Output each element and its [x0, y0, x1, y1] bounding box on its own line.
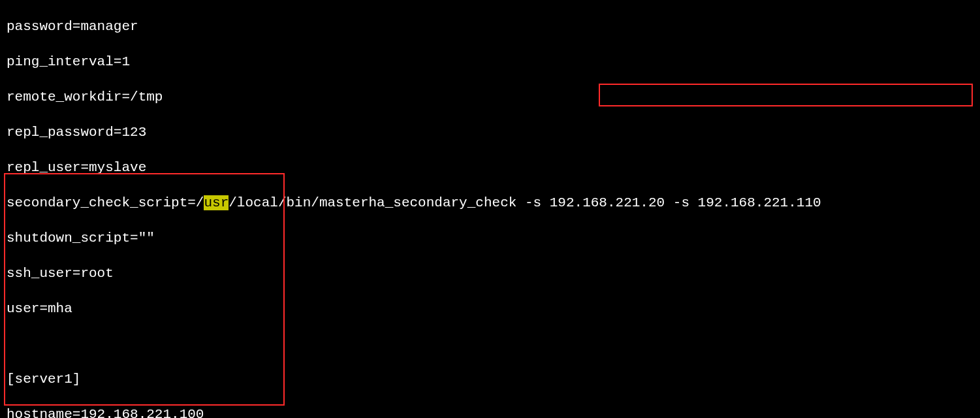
config-line: ssh_user=root	[7, 265, 973, 282]
config-line: user=mha	[7, 300, 973, 317]
server1-header: [server1]	[7, 370, 973, 388]
terminal-viewport[interactable]: password=manager ping_interval=1 remote_…	[0, 0, 980, 418]
text: secondary_check_script=/	[7, 195, 204, 210]
search-highlight: usr	[204, 195, 229, 210]
config-line: password=manager	[7, 18, 973, 35]
server1-hostname: hostname=192.168.221.100	[7, 406, 973, 418]
config-line: repl_user=myslave	[7, 159, 973, 176]
text-ips: 192.168.221.20 -s 192.168.221.110	[550, 195, 821, 210]
config-line: ping_interval=1	[7, 53, 973, 71]
config-line: remote_workdir=/tmp	[7, 88, 973, 106]
text: /local/bin/masterha_secondary_check -s	[229, 195, 549, 210]
blank-line	[7, 335, 973, 353]
config-line: repl_password=123	[7, 123, 973, 141]
config-line: shutdown_script=""	[7, 229, 973, 247]
config-line-secondary-check: secondary_check_script=/usr/local/bin/ma…	[7, 194, 973, 212]
